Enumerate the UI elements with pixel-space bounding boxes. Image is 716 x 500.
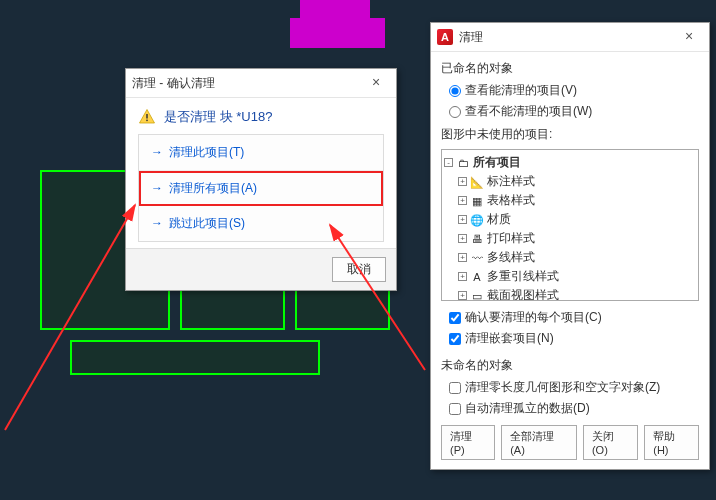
expander-icon[interactable]: + [458, 291, 467, 300]
purge-all-button[interactable]: 全部清理(A) [501, 425, 577, 460]
svg-rect-0 [146, 114, 148, 119]
checkbox-label: 确认要清理的每个项目(C) [465, 309, 602, 326]
tree-item-label: 多线样式 [487, 249, 535, 266]
option-purge-this[interactable]: →清理此项目(T) [139, 135, 383, 171]
tree-item[interactable]: +▦表格样式 [458, 191, 696, 210]
arrow-right-icon: → [151, 145, 163, 159]
chk-zero-length[interactable]: 清理零长度几何图形和空文字对象(Z) [449, 379, 699, 396]
expander-icon[interactable]: + [458, 215, 467, 224]
expander-icon[interactable]: + [458, 177, 467, 186]
category-icon: 〰 [470, 252, 484, 264]
named-objects-label: 已命名的对象 [441, 60, 699, 77]
tree-root[interactable]: - 🗀 所有项目 [444, 153, 696, 172]
radio-input[interactable] [449, 106, 461, 118]
close-button[interactable]: 关闭(O) [583, 425, 638, 460]
chk-orphan-data[interactable]: 自动清理孤立的数据(D) [449, 400, 699, 417]
option-label: 清理此项目(T) [169, 145, 244, 159]
category-icon: 🖶 [470, 233, 484, 245]
purge-titlebar[interactable]: A 清理 × [431, 23, 709, 52]
category-icon: ▦ [470, 195, 484, 207]
purge-dialog: A 清理 × 已命名的对象 查看能清理的项目(V) 查看不能清理的项目(W) 图… [430, 22, 710, 470]
tree-item-label: 打印样式 [487, 230, 535, 247]
tree-item-label: 表格样式 [487, 192, 535, 209]
tree-label: 图形中未使用的项目: [441, 126, 699, 143]
arrow-right-icon: → [151, 181, 163, 195]
category-icon: ▭ [470, 290, 484, 302]
cancel-button[interactable]: 取消 [332, 257, 386, 282]
autocad-logo-icon: A [437, 29, 453, 45]
tree-item-label: 标注样式 [487, 173, 535, 190]
folder-icon: 🗀 [456, 157, 470, 169]
help-button[interactable]: 帮助(H) [644, 425, 699, 460]
tree-item-label: 多重引线样式 [487, 268, 559, 285]
purge-tree[interactable]: - 🗀 所有项目 +📐标注样式+▦表格样式+🌐材质+🖶打印样式+〰多线样式+A多… [441, 149, 699, 301]
confirm-title: 清理 - 确认清理 [132, 75, 362, 92]
purge-button[interactable]: 清理(P) [441, 425, 495, 460]
category-icon: 🌐 [470, 214, 484, 226]
option-label: 清理所有项目(A) [169, 181, 257, 195]
radio-input[interactable] [449, 85, 461, 97]
tree-item[interactable]: +▭截面视图样式 [458, 286, 696, 301]
checkbox-label: 清理零长度几何图形和空文字对象(Z) [465, 379, 660, 396]
option-purge-all[interactable]: →清理所有项目(A) [139, 171, 383, 206]
tree-item[interactable]: +🌐材质 [458, 210, 696, 229]
checkbox-label: 自动清理孤立的数据(D) [465, 400, 590, 417]
tree-item-label: 截面视图样式 [487, 287, 559, 301]
chk-nested[interactable]: 清理嵌套项目(N) [449, 330, 699, 347]
checkbox-input[interactable] [449, 333, 461, 345]
radio-view-purgeable[interactable]: 查看能清理的项目(V) [449, 82, 699, 99]
category-icon: 📐 [470, 176, 484, 188]
tree-item-label: 所有项目 [473, 154, 521, 171]
expander-icon[interactable]: - [444, 158, 453, 167]
radio-label: 查看能清理的项目(V) [465, 82, 577, 99]
tree-item-label: 材质 [487, 211, 511, 228]
option-label: 跳过此项目(S) [169, 216, 245, 230]
close-icon[interactable]: × [675, 27, 703, 47]
confirm-question: 是否清理 块 *U18? [164, 108, 272, 126]
checkbox-input[interactable] [449, 312, 461, 324]
expander-icon[interactable]: + [458, 272, 467, 281]
option-skip[interactable]: →跳过此项目(S) [139, 206, 383, 241]
svg-rect-1 [146, 120, 148, 122]
expander-icon[interactable]: + [458, 253, 467, 262]
tree-item[interactable]: +🖶打印样式 [458, 229, 696, 248]
close-icon[interactable]: × [362, 73, 390, 93]
confirm-purge-dialog: 清理 - 确认清理 × 是否清理 块 *U18? →清理此项目(T) →清理所有… [125, 68, 397, 291]
unnamed-objects-label: 未命名的对象 [441, 357, 699, 374]
arrow-right-icon: → [151, 216, 163, 230]
checkbox-input[interactable] [449, 382, 461, 394]
expander-icon[interactable]: + [458, 196, 467, 205]
expander-icon[interactable]: + [458, 234, 467, 243]
radio-label: 查看不能清理的项目(W) [465, 103, 592, 120]
checkbox-label: 清理嵌套项目(N) [465, 330, 554, 347]
tree-item[interactable]: +📐标注样式 [458, 172, 696, 191]
confirm-titlebar[interactable]: 清理 - 确认清理 × [126, 69, 396, 98]
chk-confirm-each[interactable]: 确认要清理的每个项目(C) [449, 309, 699, 326]
checkbox-input[interactable] [449, 403, 461, 415]
radio-view-unpurgeable[interactable]: 查看不能清理的项目(W) [449, 103, 699, 120]
purge-title: 清理 [459, 29, 675, 46]
tree-item[interactable]: +A多重引线样式 [458, 267, 696, 286]
category-icon: A [470, 271, 484, 283]
warning-icon [138, 108, 156, 126]
tree-item[interactable]: +〰多线样式 [458, 248, 696, 267]
